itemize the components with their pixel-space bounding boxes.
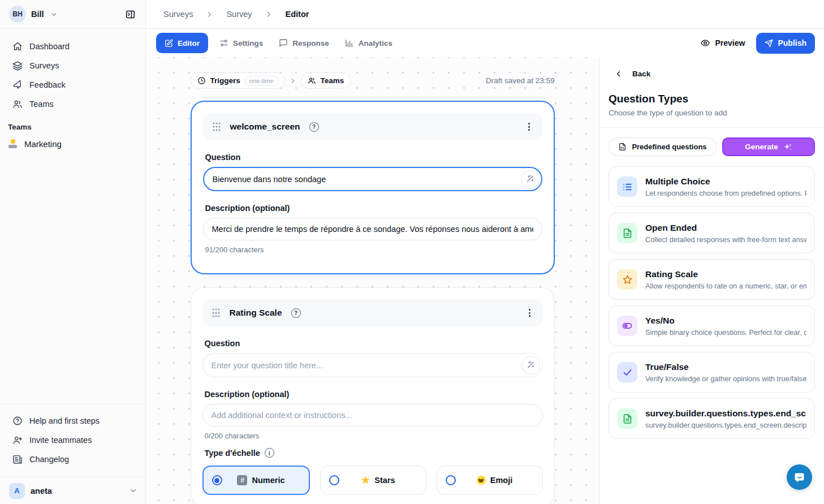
question-label: Question [205,339,543,348]
sidebar-item-dashboard[interactable]: Dashboard [7,37,139,56]
type-card-title: Yes/No [645,316,806,326]
chat-widget-button[interactable] [787,464,812,490]
predefined-questions-button[interactable]: Predefined questions [609,137,717,156]
char-count: 0/200 characters [205,432,543,440]
question-description-input[interactable] [203,218,542,240]
survey-canvas: Triggers one-time Teams Draft saved at 2… [146,57,599,504]
sidebar-item-changelog[interactable]: Changelog [7,450,139,469]
radio-selected[interactable] [212,475,222,485]
drag-handle-icon[interactable] [212,308,221,318]
drag-handle-icon[interactable] [212,122,221,132]
sidebar-item-feedback[interactable]: Feedback [7,75,139,94]
check-icon [622,367,633,378]
scale-type-options: #Numeric Stars Emoji [202,466,543,495]
workspace-switcher[interactable]: BH Bill [0,0,145,29]
publish-label: Publish [778,38,806,48]
type-card-open-ended[interactable]: Open Ended Collect detailed responses wi… [609,213,815,253]
breadcrumb-survey[interactable]: Survey [226,10,252,19]
team-item-label: Marketing [24,139,62,149]
app-root: BH Bill Dashboard Surveys Feedback T [0,0,824,504]
generate-button[interactable]: Generate [722,137,815,156]
collapse-sidebar-button[interactable] [122,6,139,23]
type-card-title: Rating Scale [645,269,806,279]
card-menu-button[interactable] [525,305,534,320]
help-icon[interactable]: ? [291,308,301,318]
preview-button[interactable]: Preview [700,38,745,48]
publish-button[interactable]: Publish [756,33,815,54]
scale-type-label-text: Type d'échelle [205,449,260,458]
sidebar-item-surveys[interactable]: Surveys [7,56,139,75]
tab-editor[interactable]: Editor [156,33,208,53]
scale-type-label: Type d'échelle i [205,448,543,458]
type-card-title: Open Ended [645,223,806,233]
type-card-title: Multiple Choice [645,176,806,187]
sidebar-item-label: Surveys [29,61,59,70]
type-card-yes-no[interactable]: Yes/No Simple binary choice questions. P… [609,305,815,346]
question-description-input[interactable] [202,404,543,427]
scale-option-label: Numeric [252,476,284,485]
sidebar-item-invite[interactable]: Invite teammates [7,430,139,450]
workspace: Triggers one-time Teams Draft saved at 2… [146,57,824,504]
user-plus-icon [12,435,23,445]
question-title-input[interactable] [202,353,543,377]
type-card-multiple-choice[interactable]: Multiple Choice Let respondents choose f… [609,166,815,207]
triggers-chip-label: Triggers [210,76,240,85]
file-code-icon [618,143,627,151]
question-card-rating[interactable]: Rating Scale ? Question Description (opt… [191,287,555,504]
scale-option-stars[interactable]: Stars [320,466,426,495]
circle-question-icon [12,416,23,426]
wand-sparkles-icon [526,361,535,370]
pencil-square-icon [165,39,173,48]
breadcrumb-editor: Editor [286,10,309,19]
type-card-description: Simple binary choice questions. Perfect … [645,328,806,337]
sidebar-item-label: Help and first steps [29,416,100,425]
help-icon[interactable]: ? [309,122,319,132]
tab-label: Analytics [359,39,392,48]
type-card-description: Verify knowledge or gather opinions with… [645,374,806,383]
chevron-right-icon [205,10,214,19]
ai-rewrite-button[interactable] [521,356,540,374]
chevron-left-icon [614,70,623,78]
info-icon[interactable]: i [265,448,274,458]
user-menu[interactable]: A aneta [0,477,145,504]
back-label: Back [632,70,650,78]
triggers-chip[interactable]: Triggers one-time [191,72,285,89]
description-label: Description (optional) [205,204,542,213]
send-icon [765,39,773,48]
sidebar-item-marketing[interactable]: Marketing [0,133,145,154]
ai-rewrite-button[interactable] [521,170,540,188]
file-text-icon [622,228,633,239]
sidebar-item-label: Teams [29,100,54,109]
smiley-emoji [477,476,486,485]
chevron-down-icon [50,11,58,18]
type-card-true-false[interactable]: True/False Verify knowledge or gather op… [609,352,815,393]
list-icon [622,182,633,192]
sidebar-item-label: Feedback [29,80,66,89]
radio-unselected[interactable] [329,475,339,485]
radio-unselected[interactable] [446,475,456,485]
tab-response[interactable]: Response [273,33,335,53]
type-card-description: survey.builder.questions.types.end_scree… [645,421,806,429]
sidebar-item-label: Dashboard [29,42,70,51]
question-card-welcome[interactable]: welcome_screen ? Question Description (o… [191,101,555,274]
sidebar-item-help[interactable]: Help and first steps [7,411,139,430]
scale-option-numeric[interactable]: #Numeric [202,466,310,495]
message-square-icon [279,38,288,48]
toggle-icon [622,320,633,331]
question-title-input[interactable] [203,167,542,191]
eye-icon [700,38,710,48]
tab-settings[interactable]: Settings [214,33,269,53]
type-card-rating-scale[interactable]: Rating Scale Allow respondents to rate o… [609,259,815,300]
breadcrumb-surveys[interactable]: Surveys [163,10,193,19]
tab-analytics[interactable]: Analytics [339,33,398,53]
sidebar-item-teams[interactable]: Teams [7,94,139,114]
chevron-down-icon [129,486,137,495]
card-menu-button[interactable] [525,119,533,134]
type-card-description: Allow respondents to rate on a numeric, … [645,282,806,290]
type-card-end-screen[interactable]: survey.builder.questions.types.end_scr..… [609,398,815,439]
editor-toolbar: Editor Settings Response Analytics Previ… [146,29,824,57]
teams-chip[interactable]: Teams [301,72,351,89]
back-button[interactable]: Back [609,70,815,78]
scale-option-emoji[interactable]: Emoji [437,466,543,495]
question-type-list: Multiple Choice Let respondents choose f… [609,166,815,439]
